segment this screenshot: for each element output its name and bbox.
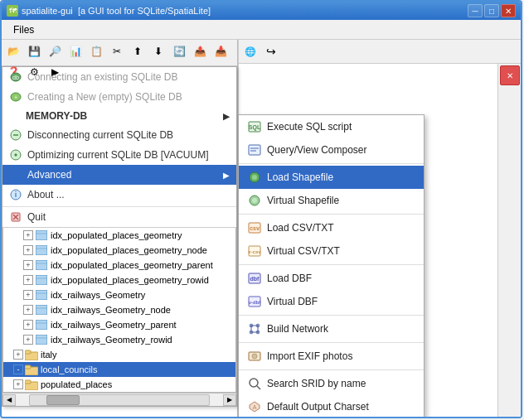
tree-item-idx2[interactable]: + idx_populated_places_geometry_node: [3, 243, 235, 258]
scroll-left-btn[interactable]: ◀: [2, 394, 16, 406]
menu-disconnect[interactable]: Disconnecting current SQLite DB: [2, 125, 236, 145]
cm-virtual-shapefile[interactable]: Virtual Shapefile: [239, 189, 424, 212]
menu-about[interactable]: i About ...: [2, 185, 236, 205]
about-icon: i: [9, 188, 22, 201]
menu-optimize[interactable]: Optimizing current SQLite DB [VACUUM]: [2, 145, 236, 165]
menu-quit[interactable]: Quit: [2, 206, 236, 227]
cm-load-csv[interactable]: csv Load CSV/TXT: [239, 216, 424, 239]
close-button[interactable]: ✕: [501, 4, 516, 17]
table-icon-idx8: [35, 333, 48, 346]
expand-icon-idx3[interactable]: +: [23, 260, 33, 270]
cm-execute-sql[interactable]: SQL Execute SQL script: [239, 115, 424, 138]
expand-icon-idx7[interactable]: +: [23, 320, 33, 330]
disconnect-icon: [9, 128, 22, 142]
svg-text:dbf: dbf: [250, 276, 260, 282]
minimize-button[interactable]: ─: [468, 4, 483, 17]
right-toolbar-row: 🌐 ↪: [239, 40, 521, 64]
horizontal-scrollbar[interactable]: ◀ ▶: [2, 393, 236, 406]
tree-item-idx8[interactable]: + idx_railways_Geometry_rowid: [3, 332, 235, 347]
cm-virtual-csv[interactable]: v-csv Virtual CSV/TXT: [239, 239, 424, 263]
tree-item-italy[interactable]: + italy: [3, 347, 235, 362]
cm-load-shapefile[interactable]: Load Shapefile: [239, 166, 424, 189]
window-controls: ─ □ ✕: [468, 4, 516, 17]
menu-advanced[interactable]: Advanced ▶: [2, 165, 236, 185]
svg-rect-26: [36, 335, 47, 345]
toolbar-btn-copy[interactable]: 📋: [86, 41, 106, 61]
app-icon: 🗺: [7, 5, 18, 17]
cm-sep-5: [239, 342, 424, 343]
right-toolbar-btn-2[interactable]: ↪: [261, 41, 281, 61]
svg-text:i: i: [15, 191, 17, 199]
toolbar-btn-save[interactable]: 💾: [24, 41, 44, 61]
svg-text:A: A: [253, 404, 257, 410]
virtual-dbf-icon: v-dbf: [247, 294, 262, 309]
connect-icon: db: [9, 70, 22, 84]
cm-load-dbf[interactable]: dbf Load DBF: [239, 267, 424, 290]
import-exif-icon: [247, 349, 262, 364]
search-srid-icon: [247, 376, 262, 391]
tree-item-idx4[interactable]: + idx_populated_places_geometry_rowid: [3, 273, 235, 287]
close-side-btn[interactable]: ✕: [500, 65, 520, 85]
expand-icon-idx4[interactable]: +: [23, 275, 33, 285]
expand-icon-italy[interactable]: +: [13, 350, 23, 360]
svg-point-42: [252, 175, 257, 180]
maximize-button[interactable]: □: [484, 4, 499, 17]
tree-item-idx3[interactable]: + idx_populated_places_geometry_parent: [3, 258, 235, 273]
toolbar-btn-open[interactable]: 📂: [3, 41, 23, 61]
toolbar-btn-refresh[interactable]: 🔄: [169, 41, 189, 61]
default-charset-icon: A: [247, 399, 262, 414]
tree-item-idx7[interactable]: + idx_railways_Geometry_parent: [3, 317, 235, 332]
build-network-icon: [247, 321, 262, 336]
table-icon-idx4: [35, 273, 48, 287]
svg-point-62: [252, 354, 257, 359]
expand-icon-idx2[interactable]: +: [23, 245, 33, 255]
toolbar-btn-chart[interactable]: 📊: [66, 41, 85, 61]
folder-icon-populated-places: [25, 378, 38, 391]
right-toolbar-btn-1[interactable]: 🌐: [240, 41, 260, 61]
tree-item-idx1[interactable]: + idx_populated_places_geometry: [3, 228, 235, 243]
tree-item-idx5[interactable]: + idx_railways_Geometry: [3, 287, 235, 302]
tree-panel[interactable]: + idx_populated_places_geometry + idx_po…: [2, 227, 236, 393]
table-icon-idx7: [35, 318, 48, 331]
cm-query-view[interactable]: Query/View Composer: [239, 138, 424, 162]
svg-point-63: [250, 379, 258, 387]
tree-item-populated-places[interactable]: + populated_places: [3, 377, 235, 392]
svg-rect-12: [36, 230, 47, 240]
submenu-arrow-memory: ▶: [223, 112, 230, 121]
toolbar-btn-search[interactable]: 🔎: [45, 41, 65, 61]
svg-point-44: [252, 198, 257, 203]
toolbar-btn-down[interactable]: ⬇: [148, 41, 168, 61]
dropdown-menu: db Connecting an existing SQLite DB + Cr…: [2, 66, 237, 407]
advanced-icon: [9, 168, 22, 181]
cm-search-srid[interactable]: Search SRID by name: [239, 372, 424, 395]
scrollbar-thumb[interactable]: [46, 395, 80, 405]
svg-rect-29: [25, 350, 31, 354]
expand-icon-populated-places[interactable]: +: [13, 379, 23, 389]
expand-icon-idx6[interactable]: +: [23, 305, 33, 315]
svg-text:db: db: [12, 75, 19, 80]
toolbar-btn-import[interactable]: 📥: [211, 41, 230, 61]
scroll-right-btn[interactable]: ▶: [223, 394, 236, 406]
menu-bar: Files: [2, 20, 521, 40]
table-icon-idx2: [35, 244, 48, 257]
expand-icon-idx8[interactable]: +: [23, 335, 33, 345]
folder-icon-local-councils: [25, 363, 38, 376]
cm-virtual-dbf[interactable]: v-dbf Virtual DBF: [239, 290, 424, 313]
expand-icon-local-councils[interactable]: -: [13, 364, 23, 374]
svg-rect-33: [25, 380, 31, 384]
menu-item-files[interactable]: Files: [5, 22, 42, 38]
expand-icon-idx1[interactable]: +: [23, 230, 33, 240]
cm-default-charset[interactable]: A Default Output Charset: [239, 395, 424, 418]
toolbar-btn-up[interactable]: ⬆: [128, 41, 148, 61]
svg-text:csv: csv: [250, 225, 260, 231]
toolbar-btn-cut[interactable]: ✂: [107, 41, 127, 61]
tree-item-local-councils[interactable]: - local_councils: [3, 362, 235, 377]
cm-import-exif[interactable]: Import EXIF photos: [239, 345, 424, 368]
cm-build-network[interactable]: Build Network: [239, 317, 424, 340]
expand-icon-idx5[interactable]: +: [23, 290, 33, 300]
tree-item-idx6[interactable]: + idx_railways_Geometry_node: [3, 302, 235, 317]
toolbar-btn-export[interactable]: 📤: [190, 41, 210, 61]
svg-text:v-csv: v-csv: [248, 249, 261, 254]
menu-memory-db[interactable]: MEMORY-DB ▶: [2, 107, 236, 125]
scrollbar-track[interactable]: [29, 394, 210, 406]
